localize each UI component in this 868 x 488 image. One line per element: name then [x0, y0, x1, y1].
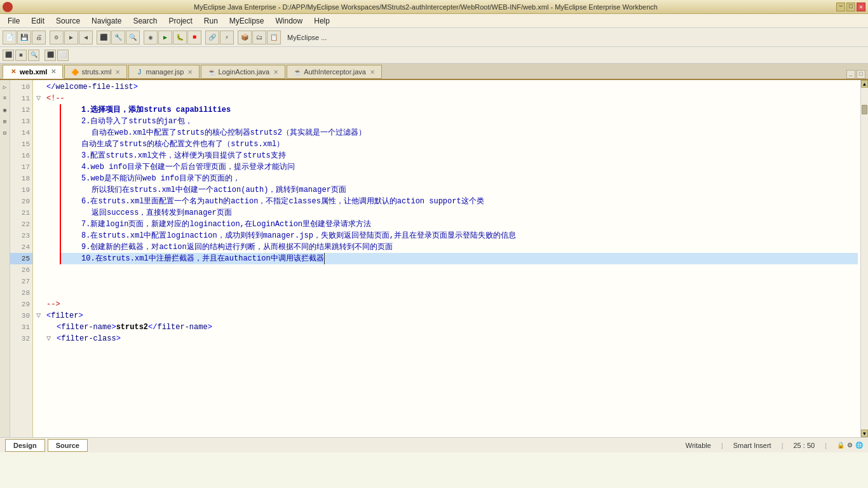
status-icon-2: ⚙: [847, 442, 853, 449]
tb-btn3[interactable]: ◀: [79, 30, 93, 44]
tab-auth-interceptor-close[interactable]: ✕: [370, 69, 375, 76]
panel-icon-1[interactable]: ▷: [1, 83, 10, 92]
minimize-button[interactable]: −: [836, 3, 845, 11]
code-line-18: 5.web是不能访问web info目录下的页面的，: [61, 173, 858, 184]
linenum-24: 24: [10, 241, 32, 253]
tb-new-button[interactable]: 📄: [3, 30, 17, 44]
collapse-32[interactable]: ▽: [46, 333, 57, 344]
linenum-18: 18: [10, 173, 32, 184]
tb2-btn2[interactable]: ◼: [15, 50, 27, 61]
status-sep1: |: [721, 442, 723, 449]
maximize-button[interactable]: □: [846, 3, 855, 11]
tab-manager-jsp-close[interactable]: ✕: [187, 69, 193, 76]
status-icon-3: 🌐: [855, 442, 863, 449]
line-numbers: 10 11 12 13 14 15 16 17 18 19 20 21 22 2…: [10, 80, 33, 437]
code-line-15: 自动生成了struts的核心配置文件也有了（struts.xml）: [61, 139, 858, 150]
menu-myeclipse[interactable]: MyEclipse: [224, 15, 269, 27]
tab-minimize-btn[interactable]: _: [846, 70, 855, 79]
tb2-btn3[interactable]: 🔍: [28, 50, 39, 61]
linenum-23: 23: [10, 230, 32, 241]
tab-restore-btn[interactable]: □: [857, 70, 865, 79]
tb-btn1[interactable]: ⚙: [50, 30, 64, 44]
scroll-thumb[interactable]: [862, 105, 867, 114]
tab-web-xml[interactable]: ✕ web.xml ✕: [3, 65, 63, 79]
status-sep3: |: [825, 442, 827, 449]
vertical-scrollbar[interactable]: ▲ ▼: [860, 80, 868, 437]
panel-icon-3[interactable]: ◉: [1, 105, 10, 114]
java-icon2: ☕: [294, 68, 301, 76]
close-button[interactable]: ✕: [857, 3, 865, 11]
bottom-tab-design[interactable]: Design: [5, 439, 45, 452]
menu-source[interactable]: Source: [51, 15, 85, 27]
code-line-20: 6.在struts.xml里面配置一个名为auth的action，不指定clas…: [61, 196, 858, 207]
status-sep2: |: [782, 442, 783, 449]
menu-search[interactable]: Search: [128, 15, 162, 27]
tab-struts-xml-close[interactable]: ✕: [115, 69, 120, 76]
code-line-21: 返回success，直接转发到manager页面: [61, 207, 858, 219]
java-icon1: ☕: [208, 68, 215, 76]
tb-btn8[interactable]: 🔗: [205, 30, 219, 44]
tb-print-button[interactable]: 🖨: [32, 30, 46, 44]
title-bar: MyEclipse Java Enterprise - D:/APP/MyEcl…: [0, 0, 868, 14]
scroll-track[interactable]: [861, 88, 868, 430]
tb-btn4[interactable]: ⬛: [97, 30, 111, 44]
status-icons: 🔒 ⚙ 🌐: [837, 442, 863, 449]
tb-btn12[interactable]: 📋: [267, 30, 281, 44]
linenum-21: 21: [10, 207, 32, 219]
xml-icon: ✕: [10, 68, 17, 76]
code-line-29: -->: [36, 299, 858, 310]
tab-auth-interceptor[interactable]: ☕ AuthInterceptor.java ✕: [287, 65, 382, 79]
myeclipse-label: MyEclipse ...: [285, 34, 329, 41]
collapse-11[interactable]: ▽: [36, 93, 46, 104]
code-line-27: [36, 276, 858, 287]
code-line-19: 所以我们在struts.xml中创建一个action(auth)，跳转到mana…: [61, 184, 858, 196]
tab-login-action[interactable]: ☕ LoginAction.java ✕: [201, 65, 285, 79]
panel-icon-5[interactable]: ⊟: [1, 128, 10, 137]
tb2-btn5[interactable]: ⬜: [57, 50, 69, 61]
tb-btn10[interactable]: 📦: [238, 30, 252, 44]
tb-btn9[interactable]: ⚡: [220, 30, 234, 44]
tb-debug-button[interactable]: 🐛: [173, 30, 187, 44]
tb-btn2[interactable]: ▶: [64, 30, 78, 44]
window-controls: − □ ✕: [836, 3, 865, 11]
tb-btn5[interactable]: 🔧: [111, 30, 125, 44]
panel-icon-2[interactable]: ≡: [1, 94, 10, 103]
tab-manager-jsp[interactable]: J manager.jsp ✕: [128, 65, 200, 79]
tb-btn6[interactable]: 🔍: [126, 30, 140, 44]
panel-icon-4[interactable]: ⊞: [1, 117, 10, 126]
jsp-icon: J: [135, 68, 143, 76]
tb-stop-button[interactable]: ■: [187, 30, 201, 44]
scroll-down-button[interactable]: ▼: [861, 430, 868, 437]
bottom-tab-source[interactable]: Source: [48, 439, 88, 452]
menu-run[interactable]: Run: [199, 15, 223, 27]
status-bar: Design Source Writable | Smart Insert | …: [0, 437, 868, 452]
tab-struts-xml[interactable]: 🔶 struts.xml ✕: [64, 65, 127, 79]
main-area: ▷ ≡ ◉ ⊞ ⊟ 10 11 12 13 14 15 16 17 18 19 …: [0, 80, 868, 437]
scroll-up-button[interactable]: ▲: [861, 80, 868, 88]
code-content[interactable]: </welcome-file-list> ▽ <!-- 1.选择项目，添加str…: [34, 80, 860, 437]
tab-struts-xml-label: struts.xml: [81, 68, 111, 76]
menu-file[interactable]: File: [3, 15, 25, 27]
status-position: 25 : 50: [794, 442, 815, 449]
menu-help[interactable]: Help: [309, 15, 335, 27]
linenum-12: 12: [10, 104, 32, 116]
tab-auth-interceptor-label: AuthInterceptor.java: [304, 68, 366, 76]
comment-block: 1.选择项目，添加struts capabilities 2.自动导入了stru…: [60, 104, 858, 264]
tb-btn11[interactable]: 🗂: [252, 30, 266, 44]
tb2-btn1[interactable]: ⬛: [3, 50, 14, 61]
tb-run-button[interactable]: ▶: [158, 30, 172, 44]
menu-window[interactable]: Window: [271, 15, 308, 27]
tab-bar-controls: _ □: [846, 70, 865, 79]
menu-edit[interactable]: Edit: [26, 15, 50, 27]
toolbar-main: 📄 💾 🖨 ⚙ ▶ ◀ ⬛ 🔧 🔍 ◉ ▶ 🐛 ■ 🔗 ⚡ 📦 🗂 📋 MyEc…: [0, 28, 868, 47]
tb-btn7[interactable]: ◉: [144, 30, 158, 44]
collapse-30[interactable]: ▽: [36, 310, 46, 322]
menu-project[interactable]: Project: [163, 15, 197, 27]
tab-web-xml-close[interactable]: ✕: [51, 68, 56, 75]
tb-save-button[interactable]: 💾: [17, 30, 31, 44]
code-line-24: 9.创建新的拦截器，对action返回的结构进行判断，从而根据不同的结果跳转到不…: [61, 241, 858, 253]
tab-login-action-close[interactable]: ✕: [273, 69, 278, 76]
tb2-btn4[interactable]: ⬛: [44, 50, 56, 61]
menu-navigate[interactable]: Navigate: [86, 15, 126, 27]
app-logo: [3, 2, 13, 12]
